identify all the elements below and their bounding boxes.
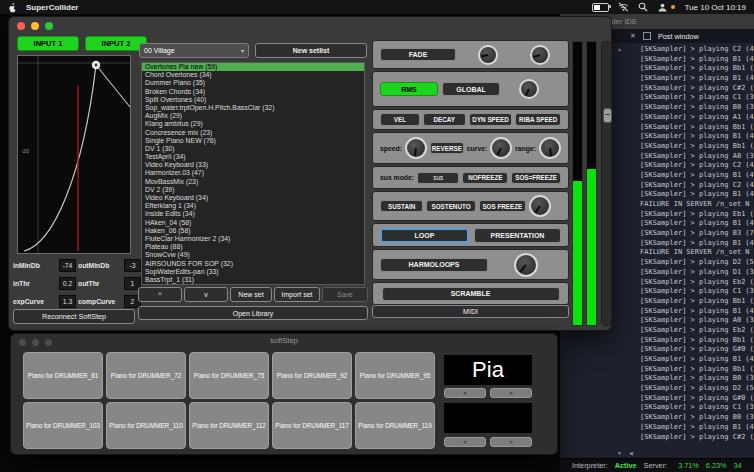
param-value[interactable]: -3 bbox=[124, 259, 141, 272]
song-item[interactable]: Video Keyboard (33) bbox=[142, 161, 364, 169]
song-item[interactable]: DV 1 (30) bbox=[142, 145, 364, 153]
next-preset-button[interactable]: > bbox=[490, 437, 532, 447]
fade-knob-1[interactable] bbox=[478, 45, 498, 65]
param-value[interactable]: 0.2 bbox=[59, 277, 76, 290]
song-item[interactable]: MovBassMix (23) bbox=[142, 178, 364, 186]
sus-button[interactable]: sus bbox=[417, 172, 459, 184]
param-value[interactable]: 1.3 bbox=[59, 295, 76, 308]
sos-eq-freeze-button[interactable]: SOS=FREEZE bbox=[511, 172, 561, 184]
drummer-preset-button[interactable]: Piano for DRUMMER_119 bbox=[355, 402, 435, 449]
drummer-preset-button[interactable]: Piano for DRUMMER_92 bbox=[272, 352, 352, 399]
song-item[interactable]: HAken_04 (58) bbox=[142, 219, 364, 227]
close-window-button[interactable] bbox=[17, 22, 25, 30]
song-item[interactable]: Split Overtones (40) bbox=[142, 96, 364, 104]
song-item[interactable]: TestApril (34) bbox=[142, 153, 364, 161]
input-1-button[interactable]: INPUT 1 bbox=[17, 36, 79, 51]
prev-preset-button[interactable]: < bbox=[444, 437, 486, 447]
drummer-preset-button[interactable]: Piano for DRUMMER_103 bbox=[23, 402, 103, 449]
battery-icon[interactable] bbox=[592, 3, 609, 12]
drummer-preset-button[interactable]: Piano for DRUMMER_112 bbox=[189, 402, 269, 449]
sustain-button[interactable]: SUSTAIN bbox=[380, 200, 423, 212]
envelope-graph[interactable]: -20 bbox=[17, 55, 131, 254]
song-item[interactable]: SopWaterEdits-pan (33) bbox=[142, 268, 364, 276]
song-item[interactable]: Inside Edits (34) bbox=[142, 210, 364, 218]
scroll-down-icon[interactable]: ▼ bbox=[617, 450, 622, 456]
global-button[interactable]: GLOBAL bbox=[442, 82, 500, 96]
song-item[interactable]: Concresence mix (23) bbox=[142, 129, 364, 137]
nofreeze-button[interactable]: NOFREEZE bbox=[462, 172, 508, 184]
setlist-select[interactable]: 00 Village ▾ bbox=[139, 43, 249, 58]
harmoloops-knob[interactable] bbox=[514, 253, 538, 277]
wifi-off-icon[interactable] bbox=[618, 2, 629, 12]
sostenuto-button[interactable]: SOSTENUTO bbox=[426, 200, 475, 212]
song-item[interactable]: FluteClar Harmonizer 2 (34) bbox=[142, 235, 364, 243]
detach-tab-icon[interactable] bbox=[643, 32, 651, 40]
close-tab-icon[interactable]: ✕ bbox=[630, 32, 636, 40]
import-set-button[interactable]: Import set bbox=[274, 287, 320, 302]
riba-speed-button[interactable]: RIBA SPEED bbox=[515, 113, 561, 126]
search-icon[interactable] bbox=[638, 2, 648, 12]
song-list[interactable]: Overtones Pia new (59)Chord Overtones (3… bbox=[141, 62, 365, 285]
vel-button[interactable]: VEL bbox=[380, 113, 420, 126]
range-knob[interactable] bbox=[539, 137, 561, 159]
param-value[interactable]: -74 bbox=[59, 259, 76, 272]
song-item[interactable]: Sop_water.trptOpen.H.Pitch.BassClar (32) bbox=[142, 104, 364, 112]
slider-handle[interactable] bbox=[603, 108, 612, 123]
harmoloops-button[interactable]: HARMOLOOPS bbox=[380, 258, 488, 272]
decay-button[interactable]: DECAY bbox=[423, 113, 466, 126]
apple-menu-icon[interactable] bbox=[8, 2, 17, 13]
rms-knob[interactable] bbox=[519, 79, 539, 99]
app-menu-title[interactable]: SuperCollider bbox=[26, 3, 78, 12]
song-item[interactable]: Chord Overtones (34) bbox=[142, 71, 364, 79]
save-button[interactable]: Save bbox=[322, 287, 368, 302]
interpreter-status[interactable]: Active bbox=[615, 461, 637, 470]
curve-knob[interactable] bbox=[490, 137, 512, 159]
sos-freeze-button[interactable]: SOS FREEZE bbox=[479, 200, 526, 212]
new-setlist-button[interactable]: New setlist bbox=[255, 43, 367, 58]
volume-slider[interactable] bbox=[601, 41, 612, 326]
menubar-clock[interactable]: Tue 10 Oct 10:19 bbox=[684, 3, 746, 12]
drummer-preset-button[interactable]: Piano for DRUMMER_61 bbox=[23, 352, 103, 399]
song-item[interactable]: Overtones Pia new (59) bbox=[142, 63, 364, 71]
drummer-preset-button[interactable]: Piano for DRUMMER_110 bbox=[106, 402, 186, 449]
drummer-preset-button[interactable]: Piano for DRUMMER_117 bbox=[272, 402, 352, 449]
scramble-button[interactable]: SCRAMBLE bbox=[382, 287, 560, 301]
next-preset-button[interactable]: > bbox=[490, 388, 532, 398]
rms-button[interactable]: RMS bbox=[380, 82, 438, 96]
scroll-left-icon[interactable]: ◀ bbox=[629, 450, 633, 456]
zoom-window-button[interactable] bbox=[45, 22, 53, 30]
fade-button[interactable]: FADE bbox=[380, 48, 456, 61]
minimize-window-button[interactable] bbox=[31, 22, 39, 30]
song-item[interactable]: BassTrpt_1 (31) bbox=[142, 276, 364, 284]
scroll-up-icon[interactable]: ▲ bbox=[617, 46, 622, 52]
input-2-button[interactable]: INPUT 2 bbox=[85, 36, 147, 51]
drummer-preset-button[interactable]: Piano for DRUMMER_75 bbox=[189, 352, 269, 399]
server-label[interactable]: Server: bbox=[644, 461, 668, 470]
loop-button[interactable]: LOOP bbox=[380, 228, 469, 243]
dyn-speed-button[interactable]: DYN SPEED bbox=[469, 113, 513, 126]
user-switch-icon[interactable] bbox=[657, 3, 668, 12]
sustain-knob[interactable] bbox=[529, 195, 551, 217]
song-item[interactable]: Klang ambitus (29) bbox=[142, 120, 364, 128]
open-library-button[interactable]: Open Library bbox=[138, 306, 368, 320]
song-item[interactable]: Efterklang 1 (34) bbox=[142, 202, 364, 210]
song-item[interactable]: Dummer Piano (35) bbox=[142, 79, 364, 87]
prev-preset-button[interactable]: < bbox=[444, 388, 486, 398]
speed-knob[interactable] bbox=[405, 137, 427, 159]
midi-button[interactable]: MIDI bbox=[372, 305, 569, 318]
song-item[interactable]: AugMix (29) bbox=[142, 112, 364, 120]
song-item[interactable]: SnowCvw (49) bbox=[142, 251, 364, 259]
drummer-preset-button[interactable]: Piano for DRUMMER_95 bbox=[355, 352, 435, 399]
song-item[interactable]: Plateau (88) bbox=[142, 243, 364, 251]
presentation-button[interactable]: PRESENTATION bbox=[474, 228, 561, 243]
new-set-button[interactable]: New set bbox=[230, 287, 272, 302]
move-down-button[interactable]: v bbox=[184, 287, 228, 302]
move-up-button[interactable]: ^ bbox=[138, 287, 182, 302]
song-item[interactable]: Single Piano NEW (76) bbox=[142, 137, 364, 145]
song-item[interactable]: Video Keyboard (34) bbox=[142, 194, 364, 202]
song-item[interactable]: DV 2 (39) bbox=[142, 186, 364, 194]
song-item[interactable]: Broken Chords (34) bbox=[142, 88, 364, 96]
reverse-button[interactable]: REVERSE bbox=[430, 142, 464, 154]
fade-knob-2[interactable] bbox=[530, 45, 550, 65]
drummer-preset-button[interactable]: Piano for DRUMMER_72 bbox=[106, 352, 186, 399]
